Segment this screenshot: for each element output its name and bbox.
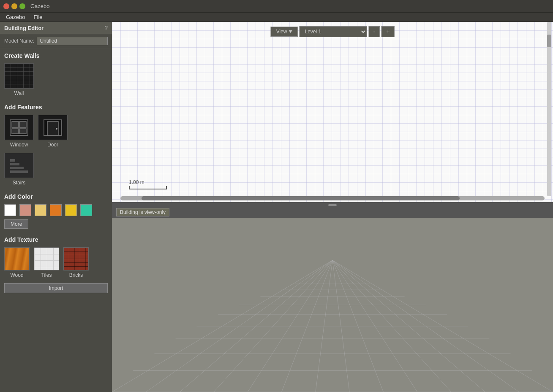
model-name-row: Model Name: — [0, 34, 112, 48]
add-features-title: Add Features — [0, 100, 112, 113]
horizontal-scroll-thumb[interactable] — [142, 196, 460, 200]
menu-file[interactable]: File — [30, 13, 47, 21]
view-toolbar: View Level 1 Level 2 Level 3 - + — [271, 26, 395, 37]
floor-3d — [112, 218, 553, 392]
color-swatch-teal[interactable] — [80, 204, 92, 216]
scale-line — [129, 186, 167, 189]
window-controls — [3, 3, 25, 9]
tiles-thumbnail — [34, 247, 59, 270]
color-swatch-white[interactable] — [4, 204, 16, 216]
stairs-label: Stairs — [13, 180, 26, 186]
create-walls-title: Create Walls — [0, 48, 112, 62]
panel-title: Building Editor — [4, 25, 44, 31]
main-layout: Building Editor ? Model Name: Create Wal… — [0, 22, 553, 392]
wall-label: Wall — [14, 90, 24, 96]
wood-thumbnail — [4, 247, 30, 270]
svg-rect-1 — [12, 122, 19, 127]
panel-header: Building Editor ? — [0, 22, 112, 34]
svg-rect-10 — [10, 163, 19, 165]
stairs-icon — [8, 156, 30, 175]
add-texture-title: Add Texture — [0, 232, 112, 246]
wood-label: Wood — [10, 272, 23, 278]
menubar: Gazebo File — [0, 13, 553, 22]
door-icon — [42, 118, 63, 137]
level-plus-button[interactable]: + — [381, 26, 394, 37]
menu-gazebo[interactable]: Gazebo — [2, 13, 30, 21]
tiles-texture-item[interactable]: Tiles — [34, 247, 59, 278]
maximize-window-button[interactable] — [19, 3, 25, 9]
door-tool[interactable]: Door — [38, 115, 68, 148]
bricks-texture-item[interactable]: Bricks — [63, 247, 89, 278]
stairs-tool[interactable]: Stairs — [4, 153, 34, 186]
floor-grid-svg — [112, 218, 553, 392]
titlebar: Gazebo — [0, 0, 553, 13]
svg-rect-4 — [19, 129, 26, 134]
minimize-window-button[interactable] — [11, 3, 17, 9]
resize-handle[interactable] — [112, 203, 553, 207]
wood-texture-item[interactable]: Wood — [4, 247, 30, 278]
corner-resize-icon[interactable]: ⤢ — [548, 385, 552, 391]
bricks-label: Bricks — [69, 272, 83, 278]
bricks-thumbnail — [63, 247, 89, 270]
model-name-label: Model Name: — [4, 38, 34, 44]
window-tool[interactable]: Window — [4, 115, 34, 148]
color-swatches — [0, 203, 112, 219]
import-button[interactable]: Import — [4, 283, 108, 293]
status-bar: Building is view-only — [112, 207, 553, 218]
horizontal-scrollbar[interactable] — [120, 196, 545, 200]
vertical-scrollbar-2d[interactable] — [547, 22, 551, 196]
more-colors-button[interactable]: More — [4, 219, 28, 229]
svg-rect-9 — [10, 167, 24, 169]
resize-dots — [328, 204, 337, 206]
wall-tool[interactable]: Wall — [4, 63, 34, 96]
chevron-down-icon — [289, 30, 292, 33]
view-2d: View Level 1 Level 2 Level 3 - + 1.00 m — [112, 22, 553, 203]
color-swatch-peach[interactable] — [19, 204, 31, 216]
scale-label: 1.00 m — [129, 179, 144, 185]
vertical-scroll-thumb-2d[interactable] — [547, 35, 551, 47]
window-label: Window — [10, 142, 28, 148]
door-label: Door — [47, 142, 58, 148]
level-select[interactable]: Level 1 Level 2 Level 3 — [299, 26, 367, 37]
svg-rect-11 — [10, 159, 15, 162]
svg-rect-2 — [19, 122, 26, 127]
color-swatch-yellow[interactable] — [65, 204, 77, 216]
grid-canvas — [112, 22, 553, 202]
color-swatch-orange[interactable] — [50, 204, 62, 216]
view-button-label: View — [276, 29, 287, 35]
tiles-label: Tiles — [41, 272, 52, 278]
brick-pattern — [5, 64, 33, 88]
help-button[interactable]: ? — [104, 24, 108, 31]
view-3d: ⤢ — [112, 218, 553, 392]
add-color-title: Add Color — [0, 189, 112, 203]
color-swatch-tan[interactable] — [35, 204, 46, 216]
view-dropdown-button[interactable]: View — [271, 27, 298, 37]
texture-items: Wood Tiles Bricks — [0, 246, 112, 281]
svg-rect-8 — [10, 170, 28, 173]
wall-thumbnail — [4, 63, 34, 89]
create-walls-items: Wall — [0, 62, 112, 100]
add-features-items: Window Door — [0, 113, 112, 151]
stairs-thumbnail — [4, 153, 34, 178]
door-thumbnail — [38, 115, 68, 140]
scale-bar — [129, 186, 167, 189]
app-title: Gazebo — [30, 3, 50, 9]
svg-rect-3 — [12, 129, 19, 134]
left-panel: Building Editor ? Model Name: Create Wal… — [0, 22, 112, 392]
model-name-input[interactable] — [37, 37, 108, 45]
close-window-button[interactable] — [3, 3, 9, 9]
svg-point-7 — [56, 128, 57, 130]
window-icon — [8, 118, 30, 137]
status-badge: Building is view-only — [116, 208, 169, 216]
window-thumbnail — [4, 115, 34, 140]
scale-indicator: 1.00 m — [129, 179, 167, 189]
stairs-row: Stairs — [0, 151, 112, 189]
right-area: View Level 1 Level 2 Level 3 - + 1.00 m — [112, 22, 553, 392]
level-minus-button[interactable]: - — [368, 26, 380, 37]
